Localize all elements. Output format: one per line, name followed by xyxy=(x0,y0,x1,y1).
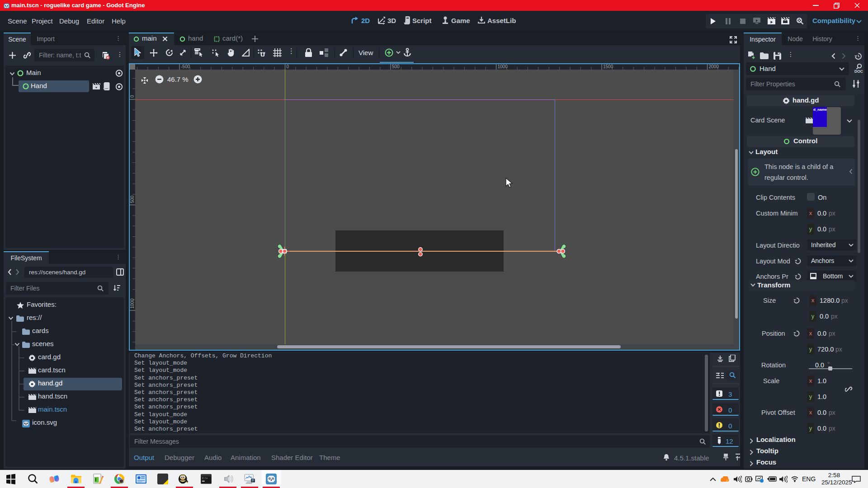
svg-text:2000: 2000 xyxy=(709,64,719,69)
svg-text:1000: 1000 xyxy=(498,64,508,69)
svg-text:C:\•: C:\• xyxy=(202,477,208,480)
svg-text:1500: 1500 xyxy=(603,64,613,69)
svg-text:500: 500 xyxy=(392,64,400,69)
svg-text:DOC: DOC xyxy=(854,69,863,74)
svg-text:500: 500 xyxy=(130,195,135,203)
svg-text:1000: 1000 xyxy=(130,298,135,309)
svg-text:-500: -500 xyxy=(181,64,190,69)
svg-text:0: 0 xyxy=(287,64,289,69)
svg-text:0: 0 xyxy=(130,95,135,98)
